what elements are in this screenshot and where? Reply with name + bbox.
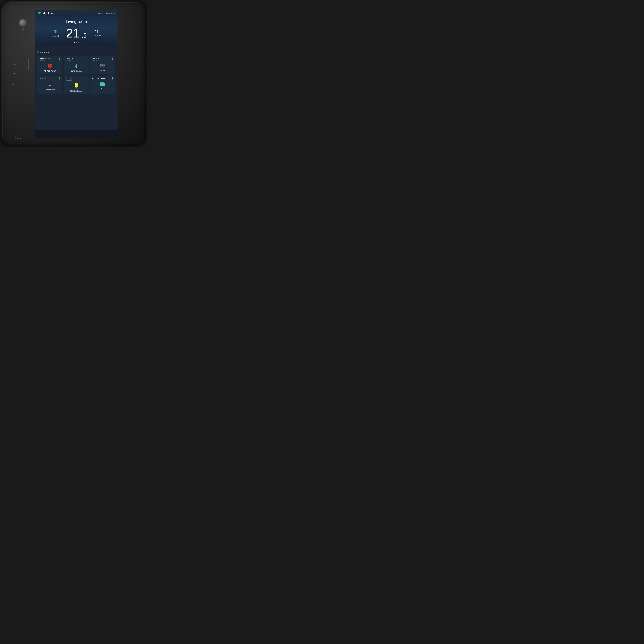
brand-label: zipato bbox=[14, 137, 21, 140]
tile-welcome-scene-body: 7/10 bbox=[92, 81, 114, 89]
room-name: Living room bbox=[38, 19, 115, 24]
tile-security-alarm-header: Security alarm Living room ⋮ bbox=[39, 57, 61, 61]
tile-security-alarm-title: Security alarm bbox=[39, 57, 51, 59]
favourites-title: Favourites bbox=[37, 51, 115, 54]
tile-reading-light-body: 💡 82% Brightness bbox=[65, 83, 87, 92]
tile-welcome-scene-value: 7/10 bbox=[101, 87, 104, 89]
diamond-button[interactable]: ◇ bbox=[13, 82, 16, 86]
tile-intercom-value: 1 missed call bbox=[45, 88, 55, 90]
tile-camera-body: 📷 Offline bbox=[92, 63, 114, 72]
page-dots bbox=[38, 42, 115, 43]
currently-label: Currently bbox=[93, 34, 102, 37]
tile-welcome-scene-header: Welcome scene ⋮ bbox=[92, 77, 114, 80]
tile-reading-light-title: Reading light bbox=[65, 77, 77, 79]
tile-camera[interactable]: Camera Garage ⋮ 📷 Offline bbox=[90, 56, 115, 74]
header-left: My Home bbox=[38, 12, 54, 15]
tile-reading-light-value: 82% Brightness bbox=[70, 90, 82, 92]
svg-rect-2 bbox=[49, 83, 51, 83]
tile-reading-light-header: Reading light Bedroom ⋮ bbox=[65, 77, 87, 81]
tile-intercom-body: 1 missed call bbox=[39, 81, 61, 90]
tile-camera-menu[interactable]: ⋮ bbox=[111, 57, 114, 60]
back-button[interactable]: ◁ bbox=[45, 131, 53, 136]
clapboard-icon bbox=[100, 81, 106, 86]
tile-intercom-titles: Intercom bbox=[39, 77, 46, 79]
tile-security-alarm[interactable]: Security alarm Living room ⋮ i ARMED AWA… bbox=[37, 56, 62, 74]
tile-reading-light-subtitle: Bedroom bbox=[65, 79, 77, 81]
front-camera bbox=[19, 19, 27, 27]
temp-degree: ° bbox=[80, 28, 82, 33]
intercom-phone-icon bbox=[47, 81, 53, 87]
header-date: 13/03/2019 bbox=[105, 12, 115, 14]
bulb-icon: 💡 bbox=[73, 83, 80, 89]
tile-reading-light-menu[interactable]: ⋮ bbox=[85, 77, 87, 80]
tile-intercom-header: Intercom ⋮ bbox=[39, 77, 61, 80]
tile-reading-light-titles: Reading light Bedroom bbox=[65, 77, 77, 81]
tile-thermostat-value: 23°C Heating bbox=[71, 70, 82, 72]
camera-video-icon: 📷 bbox=[100, 63, 106, 68]
screen: My Home 12:05 13/03/2019 Living room ❄ M… bbox=[35, 10, 118, 138]
tile-intercom[interactable]: Intercom ⋮ 1 missed call bbox=[37, 76, 62, 94]
device-frame: △ ✕ ◇ zipato My Home 12:05 13/03/2019 Li bbox=[1, 1, 146, 146]
temp-decimal: .5 bbox=[82, 33, 87, 39]
tile-thermostat[interactable]: Thermostat Bathroom ⋮ 🌡 23°C Heating bbox=[64, 56, 89, 74]
thermometer-icon: 🌡 bbox=[74, 63, 79, 69]
tile-welcome-scene-title: Welcome scene bbox=[92, 77, 105, 79]
tile-camera-titles: Camera Garage bbox=[92, 57, 99, 61]
content-area: Favourites Security alarm Living room ⋮ bbox=[35, 47, 118, 130]
shield-icon: i bbox=[47, 63, 53, 69]
dot-1[interactable] bbox=[74, 42, 75, 43]
app-header: My Home 12:05 13/03/2019 bbox=[35, 10, 118, 16]
snowflake-icon: ❄ bbox=[53, 29, 57, 34]
bottom-navigation: ◁ ○ □ bbox=[35, 130, 118, 138]
favourites-grid: Security alarm Living room ⋮ i ARMED AWA… bbox=[37, 56, 115, 94]
svg-point-3 bbox=[50, 85, 50, 86]
header-datetime: 12:05 13/03/2019 bbox=[98, 12, 115, 14]
thermostat-display: ❄ Manual 21°.5 21.° Currently bbox=[38, 27, 115, 39]
tile-intercom-title: Intercom bbox=[39, 77, 46, 79]
tile-thermostat-titles: Thermostat Bathroom bbox=[65, 57, 75, 61]
tile-thermostat-title: Thermostat bbox=[65, 57, 75, 59]
tile-welcome-scene-titles: Welcome scene bbox=[92, 77, 105, 79]
tile-camera-title: Camera bbox=[92, 57, 99, 59]
temp-whole: 21 bbox=[66, 27, 80, 39]
tile-thermostat-menu[interactable]: ⋮ bbox=[85, 57, 87, 60]
tile-camera-header: Camera Garage ⋮ bbox=[92, 57, 114, 61]
temp-main-display: 21°.5 bbox=[63, 27, 90, 39]
home-button[interactable]: ○ bbox=[73, 131, 80, 136]
thermostat-mode: ❄ Manual bbox=[48, 29, 63, 38]
tile-security-alarm-body: i ARMED AWAY bbox=[39, 63, 61, 72]
tile-thermostat-subtitle: Bathroom bbox=[65, 59, 75, 61]
tile-intercom-menu[interactable]: ⋮ bbox=[58, 77, 61, 80]
triangle-button[interactable]: △ bbox=[13, 61, 16, 65]
x-button[interactable]: ✕ bbox=[13, 72, 16, 76]
tile-security-alarm-value: ARMED AWAY bbox=[44, 70, 56, 72]
tile-security-alarm-titles: Security alarm Living room bbox=[39, 57, 51, 61]
mode-label: Manual bbox=[52, 35, 59, 38]
svg-rect-1 bbox=[48, 84, 52, 84]
header-time: 12:05 bbox=[98, 12, 103, 14]
temp-current-display: 21.° Currently bbox=[90, 30, 105, 37]
recent-button[interactable]: □ bbox=[100, 131, 107, 136]
front-sensor bbox=[22, 28, 24, 30]
app-title: My Home bbox=[43, 12, 54, 15]
menu-icon[interactable] bbox=[38, 12, 41, 14]
tile-camera-subtitle: Garage bbox=[92, 59, 99, 61]
tile-welcome-scene[interactable]: Welcome scene ⋮ 7/10 bbox=[90, 76, 115, 94]
dot-3[interactable] bbox=[78, 42, 79, 43]
svg-text:i: i bbox=[50, 65, 50, 67]
tile-reading-light[interactable]: Reading light Bedroom ⋮ 💡 82% Brightness bbox=[64, 76, 89, 94]
left-edge-line bbox=[28, 59, 29, 70]
tile-security-alarm-subtitle: Living room bbox=[39, 59, 51, 61]
tile-thermostat-body: 🌡 23°C Heating bbox=[65, 63, 87, 72]
hero-section: Living room ❄ Manual 21°.5 21.° Currentl… bbox=[35, 16, 118, 47]
dot-2[interactable] bbox=[76, 42, 77, 43]
temp-current-value: 21.° bbox=[94, 30, 100, 34]
tile-welcome-scene-menu[interactable]: ⋮ bbox=[111, 77, 114, 80]
tile-camera-value: Offline bbox=[100, 70, 105, 72]
tile-thermostat-header: Thermostat Bathroom ⋮ bbox=[65, 57, 87, 61]
tile-security-alarm-menu[interactable]: ⋮ bbox=[58, 57, 61, 60]
side-buttons: △ ✕ ◇ bbox=[13, 61, 16, 86]
